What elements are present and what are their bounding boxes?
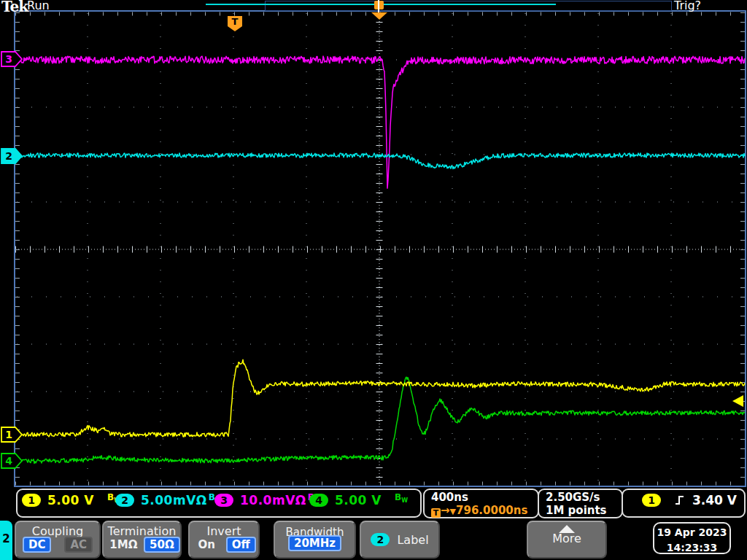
channel-marker-1-digit: 1 (5, 429, 12, 440)
time-text: 14:23:33 (654, 540, 729, 556)
graticule-and-waveforms: 1234T (0, 0, 747, 560)
label-button[interactable]: 2 Label (360, 521, 440, 559)
record-length: 1M points (546, 504, 622, 517)
label-text: Label (397, 533, 428, 547)
more-text: More (528, 532, 605, 545)
ch2-scale: 5.00mVΩ (141, 493, 207, 508)
trigger-level: 3.40 V (692, 493, 737, 508)
acquisition-status: Run (27, 0, 50, 12)
termination-50ohm-option[interactable]: 50Ω (144, 537, 180, 553)
waveform-ch3 (16, 56, 745, 188)
trigger-source-badge: 1 (642, 494, 661, 507)
ch3-scale: 10.0mVΩ (240, 493, 306, 508)
ch4-scale: 5.00 V (335, 493, 382, 508)
termination-button[interactable]: Termination 1MΩ 50Ω (102, 521, 182, 559)
ch2-readout: 2 5.00mVΩ BW (115, 493, 222, 508)
waveform-ch2 (16, 153, 745, 169)
trigger-readout-box: 1 3.40 V (622, 489, 746, 518)
ch1-scale: 5.00 V (47, 493, 94, 508)
tek-logo: Tek (1, 0, 28, 15)
date-text: 19 Apr 2023 (654, 525, 729, 540)
coupling-button[interactable]: Coupling DC AC (15, 521, 101, 559)
bandwidth-value[interactable]: 20MHz (288, 535, 341, 551)
horizontal-readout-box: 400ns T→▼796.0000ns (423, 489, 539, 518)
ch4-badge: 4 (309, 494, 328, 507)
coupling-ac-option[interactable]: AC (64, 537, 93, 553)
oscilloscope-screen: 1234T Tek Run Trig? 1 5.00 V BW 2 5.00mV… (0, 0, 747, 560)
menu-channel-tab: 2 (0, 521, 12, 560)
invert-button[interactable]: Invert On Off (188, 521, 260, 559)
waveform-ch1 (16, 359, 745, 437)
acquisition-readout-box: 2.50GS/s 1M points (538, 489, 623, 518)
rising-edge-icon (674, 494, 686, 506)
timebase-scale: 400ns (431, 491, 538, 504)
bandwidth-button[interactable]: Bandwidth 20MHz (274, 521, 356, 559)
sample-rate: 2.50GS/s (546, 491, 622, 504)
coupling-dc-option[interactable]: DC (23, 537, 51, 553)
label-channel-badge: 2 (371, 533, 390, 546)
ch4-bandwidth-limit-icon: BW (395, 492, 408, 504)
datetime-box: 19 Apr 2023 14:23:33 (653, 522, 731, 554)
ch3-badge: 3 (214, 494, 233, 507)
trigger-level-arrow-icon[interactable] (732, 395, 743, 407)
termination-1mohm-option[interactable]: 1MΩ (104, 537, 143, 553)
channel-marker-3-digit: 3 (5, 53, 12, 65)
t-delay-icon: T (431, 508, 441, 518)
channel-marker-2-digit: 2 (5, 150, 12, 162)
record-view-box (265, 1, 672, 11)
trigger-position-flag-icon[interactable] (368, 0, 393, 20)
trigger-point-t-label: T (232, 16, 239, 27)
ch4-readout: 4 5.00 V BW (309, 493, 408, 508)
ch1-readout: 1 5.00 V BW (22, 493, 120, 508)
invert-on-option[interactable]: On (192, 537, 220, 553)
channel-marker-4-digit: 4 (5, 455, 12, 467)
ch2-badge: 2 (115, 494, 134, 507)
ch3-readout: 3 10.0mVΩ BW (214, 493, 321, 508)
invert-off-option[interactable]: Off (226, 537, 256, 553)
ch1-badge: 1 (22, 494, 41, 507)
more-button[interactable]: More (527, 521, 607, 559)
channel-readout-box: 1 5.00 V BW 2 5.00mVΩ BW 3 10.0mVΩ BW 4 … (16, 489, 422, 518)
trigger-delay-readout: T→▼796.0000ns (431, 504, 538, 518)
trigger-status: Trig? (674, 0, 701, 12)
